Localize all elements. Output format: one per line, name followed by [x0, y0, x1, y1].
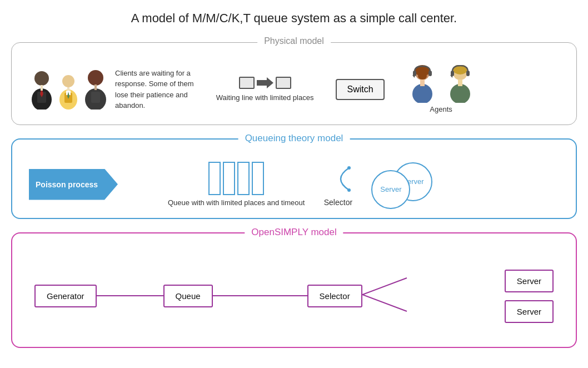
svg-line-35 — [362, 278, 407, 295]
selector-curve-icon — [321, 162, 355, 196]
svg-rect-24 — [420, 79, 425, 86]
svg-point-11 — [88, 70, 103, 86]
svg-point-33 — [347, 166, 351, 170]
queue-bar-2 — [223, 162, 235, 195]
svg-rect-14 — [94, 84, 97, 90]
svg-rect-20 — [428, 71, 432, 76]
svg-point-34 — [347, 188, 351, 192]
switch-box: Switch — [336, 79, 384, 100]
server-boxes: Server Server — [505, 270, 554, 323]
poisson-arrow: Poisson process — [29, 169, 118, 200]
queueing-model-section: Queueing theory model Poisson process Qu… — [11, 138, 577, 219]
agent2-icon — [442, 65, 476, 103]
poisson-label: Poisson process — [36, 180, 98, 189]
switch-block: Switch — [336, 79, 384, 100]
queueing-servers-block: Server Server — [371, 162, 438, 207]
physical-model-label: Physical model — [257, 36, 331, 46]
svg-point-18 — [418, 73, 427, 79]
conv-box-2 — [276, 77, 291, 89]
queueing-selector-label: Selector — [324, 198, 352, 207]
server1-box: Server — [505, 270, 554, 292]
queue-bars-block: Queue with with limited places and timeo… — [168, 162, 305, 207]
waiting-line-label: Waiting line with limited places — [216, 93, 314, 102]
conv-box-1 — [239, 77, 255, 89]
physical-model-section: Physical model — [11, 42, 577, 125]
queue-bar-4 — [252, 162, 264, 195]
svg-rect-13 — [91, 92, 100, 103]
svg-rect-32 — [458, 79, 462, 86]
generator-box: Generator — [34, 285, 97, 307]
selector-box: Selector — [307, 285, 362, 307]
queue-bar-1 — [208, 162, 221, 195]
agent1-icon — [407, 65, 440, 103]
svg-point-0 — [34, 71, 49, 86]
fanout-area: Server Server — [362, 267, 554, 325]
agents-block: Agents — [407, 65, 476, 113]
clients-block: Clients are waiting for a response. Some… — [28, 68, 194, 111]
poisson-block: Poisson process — [29, 169, 151, 200]
queue-label: Queue with with limited places and timeo… — [168, 198, 305, 207]
agent-icons — [407, 65, 476, 103]
waiting-line-block: Waiting line with limited places — [216, 77, 314, 102]
line-queue-selector — [213, 295, 307, 296]
server2-box: Server — [505, 300, 554, 323]
fanout-svg — [362, 267, 474, 322]
client-icons — [28, 69, 109, 110]
person2-icon — [56, 74, 81, 110]
agents-label: Agents — [430, 105, 452, 113]
server-circle-front: Server — [371, 170, 410, 209]
server-front-label: Server — [380, 185, 401, 193]
queue-bars-visual — [208, 162, 264, 195]
opensimply-model-section: OpenSIMPLY model Generator Queue Selecto… — [11, 232, 577, 348]
svg-rect-23 — [418, 85, 427, 95]
opensimply-model-label: OpenSIMPLY model — [245, 227, 343, 238]
queueing-selector-block: Selector — [321, 162, 355, 207]
client-description: Clients are waiting for a response. Some… — [115, 68, 194, 111]
conv-arrow — [257, 77, 273, 89]
svg-rect-28 — [466, 71, 470, 76]
queue-box: Queue — [163, 285, 213, 307]
person1-icon — [28, 71, 55, 110]
person3-icon — [82, 69, 109, 110]
queueing-model-label: Queueing theory model — [238, 133, 350, 144]
svg-line-36 — [362, 295, 407, 311]
line-gen-queue — [97, 295, 163, 296]
svg-marker-15 — [257, 77, 273, 88]
page-title: A model of M/M/C/K,T queue system as a s… — [11, 11, 577, 26]
svg-rect-4 — [41, 85, 43, 91]
conveyor-visual — [239, 77, 291, 89]
queue-bar-3 — [237, 162, 250, 195]
svg-point-5 — [62, 75, 74, 87]
svg-rect-31 — [456, 85, 465, 95]
